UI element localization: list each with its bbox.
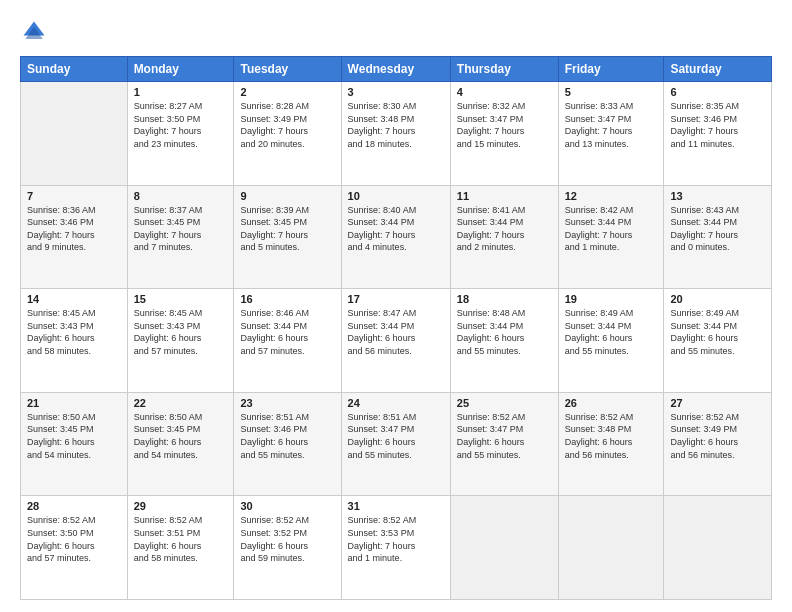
calendar-cell: 1Sunrise: 8:27 AM Sunset: 3:50 PM Daylig… [127,82,234,186]
day-info: Sunrise: 8:47 AM Sunset: 3:44 PM Dayligh… [348,307,444,357]
day-info: Sunrise: 8:45 AM Sunset: 3:43 PM Dayligh… [134,307,228,357]
day-info: Sunrise: 8:35 AM Sunset: 3:46 PM Dayligh… [670,100,765,150]
calendar-cell: 23Sunrise: 8:51 AM Sunset: 3:46 PM Dayli… [234,392,341,496]
weekday-header-monday: Monday [127,57,234,82]
day-number: 18 [457,293,552,305]
calendar-cell: 31Sunrise: 8:52 AM Sunset: 3:53 PM Dayli… [341,496,450,600]
calendar-cell [558,496,664,600]
calendar-cell: 11Sunrise: 8:41 AM Sunset: 3:44 PM Dayli… [450,185,558,289]
calendar-cell: 26Sunrise: 8:52 AM Sunset: 3:48 PM Dayli… [558,392,664,496]
calendar-week-4: 21Sunrise: 8:50 AM Sunset: 3:45 PM Dayli… [21,392,772,496]
weekday-row: SundayMondayTuesdayWednesdayThursdayFrid… [21,57,772,82]
day-info: Sunrise: 8:52 AM Sunset: 3:47 PM Dayligh… [457,411,552,461]
day-number: 25 [457,397,552,409]
day-number: 20 [670,293,765,305]
day-number: 22 [134,397,228,409]
weekday-header-thursday: Thursday [450,57,558,82]
day-number: 27 [670,397,765,409]
logo [20,18,52,46]
calendar-table: SundayMondayTuesdayWednesdayThursdayFrid… [20,56,772,600]
calendar-body: 1Sunrise: 8:27 AM Sunset: 3:50 PM Daylig… [21,82,772,600]
day-number: 10 [348,190,444,202]
day-info: Sunrise: 8:52 AM Sunset: 3:51 PM Dayligh… [134,514,228,564]
calendar-cell: 28Sunrise: 8:52 AM Sunset: 3:50 PM Dayli… [21,496,128,600]
calendar-cell [664,496,772,600]
day-number: 2 [240,86,334,98]
day-info: Sunrise: 8:48 AM Sunset: 3:44 PM Dayligh… [457,307,552,357]
day-info: Sunrise: 8:40 AM Sunset: 3:44 PM Dayligh… [348,204,444,254]
day-number: 6 [670,86,765,98]
calendar-cell [21,82,128,186]
calendar-cell: 18Sunrise: 8:48 AM Sunset: 3:44 PM Dayli… [450,289,558,393]
day-number: 7 [27,190,121,202]
day-info: Sunrise: 8:46 AM Sunset: 3:44 PM Dayligh… [240,307,334,357]
day-info: Sunrise: 8:49 AM Sunset: 3:44 PM Dayligh… [670,307,765,357]
day-number: 16 [240,293,334,305]
day-number: 5 [565,86,658,98]
day-number: 26 [565,397,658,409]
day-number: 3 [348,86,444,98]
weekday-header-wednesday: Wednesday [341,57,450,82]
calendar-cell: 19Sunrise: 8:49 AM Sunset: 3:44 PM Dayli… [558,289,664,393]
header [20,18,772,46]
calendar-week-1: 1Sunrise: 8:27 AM Sunset: 3:50 PM Daylig… [21,82,772,186]
day-number: 28 [27,500,121,512]
day-info: Sunrise: 8:51 AM Sunset: 3:46 PM Dayligh… [240,411,334,461]
day-number: 9 [240,190,334,202]
day-number: 31 [348,500,444,512]
calendar-cell: 20Sunrise: 8:49 AM Sunset: 3:44 PM Dayli… [664,289,772,393]
calendar-cell: 17Sunrise: 8:47 AM Sunset: 3:44 PM Dayli… [341,289,450,393]
day-number: 15 [134,293,228,305]
day-info: Sunrise: 8:43 AM Sunset: 3:44 PM Dayligh… [670,204,765,254]
calendar-week-2: 7Sunrise: 8:36 AM Sunset: 3:46 PM Daylig… [21,185,772,289]
day-info: Sunrise: 8:30 AM Sunset: 3:48 PM Dayligh… [348,100,444,150]
day-number: 29 [134,500,228,512]
day-info: Sunrise: 8:52 AM Sunset: 3:52 PM Dayligh… [240,514,334,564]
day-info: Sunrise: 8:52 AM Sunset: 3:53 PM Dayligh… [348,514,444,564]
day-number: 23 [240,397,334,409]
day-info: Sunrise: 8:39 AM Sunset: 3:45 PM Dayligh… [240,204,334,254]
calendar-header: SundayMondayTuesdayWednesdayThursdayFrid… [21,57,772,82]
day-number: 4 [457,86,552,98]
weekday-header-sunday: Sunday [21,57,128,82]
calendar-cell: 6Sunrise: 8:35 AM Sunset: 3:46 PM Daylig… [664,82,772,186]
day-info: Sunrise: 8:52 AM Sunset: 3:49 PM Dayligh… [670,411,765,461]
weekday-header-tuesday: Tuesday [234,57,341,82]
day-info: Sunrise: 8:50 AM Sunset: 3:45 PM Dayligh… [134,411,228,461]
calendar-week-5: 28Sunrise: 8:52 AM Sunset: 3:50 PM Dayli… [21,496,772,600]
weekday-header-friday: Friday [558,57,664,82]
day-info: Sunrise: 8:33 AM Sunset: 3:47 PM Dayligh… [565,100,658,150]
calendar-cell: 14Sunrise: 8:45 AM Sunset: 3:43 PM Dayli… [21,289,128,393]
day-number: 1 [134,86,228,98]
calendar-cell: 12Sunrise: 8:42 AM Sunset: 3:44 PM Dayli… [558,185,664,289]
day-info: Sunrise: 8:41 AM Sunset: 3:44 PM Dayligh… [457,204,552,254]
calendar-cell: 21Sunrise: 8:50 AM Sunset: 3:45 PM Dayli… [21,392,128,496]
day-info: Sunrise: 8:52 AM Sunset: 3:48 PM Dayligh… [565,411,658,461]
day-number: 12 [565,190,658,202]
day-info: Sunrise: 8:51 AM Sunset: 3:47 PM Dayligh… [348,411,444,461]
calendar-cell: 29Sunrise: 8:52 AM Sunset: 3:51 PM Dayli… [127,496,234,600]
calendar-cell: 25Sunrise: 8:52 AM Sunset: 3:47 PM Dayli… [450,392,558,496]
day-info: Sunrise: 8:42 AM Sunset: 3:44 PM Dayligh… [565,204,658,254]
day-info: Sunrise: 8:32 AM Sunset: 3:47 PM Dayligh… [457,100,552,150]
day-number: 19 [565,293,658,305]
calendar-cell: 5Sunrise: 8:33 AM Sunset: 3:47 PM Daylig… [558,82,664,186]
calendar-cell: 4Sunrise: 8:32 AM Sunset: 3:47 PM Daylig… [450,82,558,186]
day-number: 24 [348,397,444,409]
day-info: Sunrise: 8:28 AM Sunset: 3:49 PM Dayligh… [240,100,334,150]
day-info: Sunrise: 8:50 AM Sunset: 3:45 PM Dayligh… [27,411,121,461]
calendar-cell: 7Sunrise: 8:36 AM Sunset: 3:46 PM Daylig… [21,185,128,289]
day-number: 13 [670,190,765,202]
day-info: Sunrise: 8:27 AM Sunset: 3:50 PM Dayligh… [134,100,228,150]
day-number: 30 [240,500,334,512]
calendar-cell: 30Sunrise: 8:52 AM Sunset: 3:52 PM Dayli… [234,496,341,600]
calendar-cell: 3Sunrise: 8:30 AM Sunset: 3:48 PM Daylig… [341,82,450,186]
calendar-cell: 13Sunrise: 8:43 AM Sunset: 3:44 PM Dayli… [664,185,772,289]
calendar-cell: 8Sunrise: 8:37 AM Sunset: 3:45 PM Daylig… [127,185,234,289]
calendar-cell: 10Sunrise: 8:40 AM Sunset: 3:44 PM Dayli… [341,185,450,289]
calendar-cell: 2Sunrise: 8:28 AM Sunset: 3:49 PM Daylig… [234,82,341,186]
day-info: Sunrise: 8:45 AM Sunset: 3:43 PM Dayligh… [27,307,121,357]
day-number: 17 [348,293,444,305]
calendar-cell: 16Sunrise: 8:46 AM Sunset: 3:44 PM Dayli… [234,289,341,393]
day-info: Sunrise: 8:52 AM Sunset: 3:50 PM Dayligh… [27,514,121,564]
